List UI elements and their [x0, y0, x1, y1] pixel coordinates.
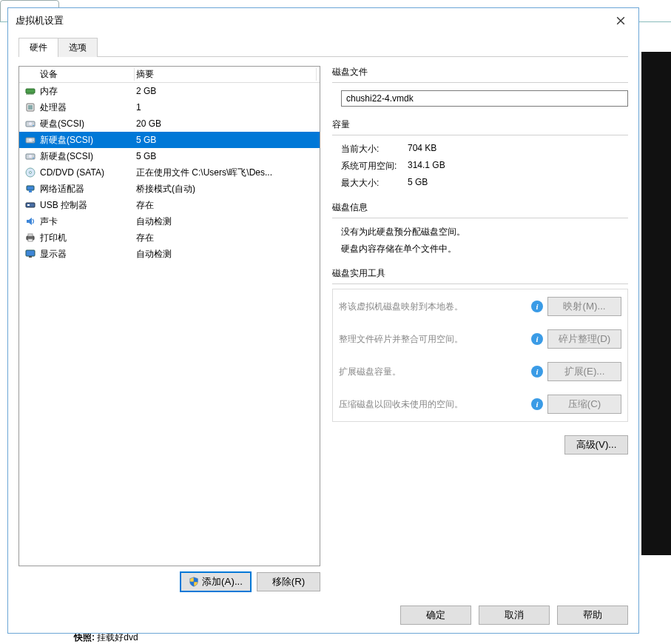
tool-defrag-desc: 整理文件碎片并整合可用空间。 — [339, 333, 527, 346]
hardware-row-summary: 5 GB — [135, 135, 317, 145]
hardware-row[interactable]: 网络适配器桥接模式(自动) — [19, 181, 320, 197]
group-diskinfo: 磁盘信息 没有为此硬盘预分配磁盘空间。 硬盘内容存储在单个文件中。 — [332, 201, 628, 260]
hardware-row[interactable]: 显示器自动检测 — [19, 246, 320, 262]
capacity-current: 当前大小: 704 KB — [341, 143, 628, 155]
hardware-row-summary: 自动检测 — [135, 215, 317, 228]
background-snapshot-value: 挂载好dvd — [97, 632, 138, 643]
hardware-row-device: 新硬盘(SCSI) — [38, 150, 135, 163]
close-icon — [616, 16, 625, 25]
uac-shield-icon — [189, 577, 199, 587]
group-diskinfo-title: 磁盘信息 — [332, 201, 628, 215]
hardware-row-summary: 存在 — [135, 199, 317, 212]
hardware-row-device: 声卡 — [38, 215, 135, 228]
capacity-free: 系统可用空间: 314.1 GB — [341, 160, 628, 172]
info-icon[interactable] — [531, 301, 543, 312]
hardware-row-device: 处理器 — [38, 101, 135, 114]
hardware-row-summary: 1 — [135, 102, 317, 113]
advanced-row: 高级(V)... — [332, 429, 628, 455]
hardware-row[interactable]: 新硬盘(SCSI)5 GB — [19, 132, 320, 148]
dialog-title: 虚拟机设置 — [16, 14, 604, 27]
sound-icon — [22, 215, 38, 227]
tool-expand-button[interactable]: 扩展(E)... — [547, 362, 621, 381]
ok-button[interactable]: 确定 — [400, 606, 471, 625]
dialog-body: 硬件 选项 设备 摘要 内存2 GB处理器1硬盘(SCSI)20 GB新硬盘(S… — [8, 33, 638, 597]
tool-defrag-button[interactable]: 碎片整理(D) — [547, 329, 621, 349]
info-icon[interactable] — [531, 366, 543, 378]
tab-strip: 硬件 选项 — [18, 38, 628, 57]
diskinfo-line1: 没有为此硬盘预分配磁盘空间。 — [341, 226, 628, 238]
dialog-footer: 确定 取消 帮助 — [8, 597, 638, 633]
header-summary: 摘要 — [135, 68, 317, 81]
tool-compact-row: 压缩磁盘以回收未使用的空间。 压缩(C) — [339, 395, 621, 414]
diskinfo-line2: 硬盘内容存储在单个文件中。 — [341, 243, 628, 255]
capacity-max-value: 5 GB — [408, 177, 428, 189]
hardware-list-rows: 内存2 GB处理器1硬盘(SCSI)20 GB新硬盘(SCSI)5 GB新硬盘(… — [19, 83, 320, 262]
cancel-button[interactable]: 取消 — [479, 606, 550, 625]
remove-hardware-button[interactable]: 移除(R) — [257, 572, 320, 591]
info-icon[interactable] — [531, 333, 543, 345]
tool-map-desc: 将该虚拟机磁盘映射到本地卷。 — [339, 301, 527, 313]
hardware-row[interactable]: 新硬盘(SCSI)5 GB — [19, 148, 320, 164]
disk-icon — [22, 118, 38, 130]
background-snapshot-label: 快照: — [74, 632, 95, 643]
tab-hardware[interactable]: 硬件 — [18, 38, 58, 57]
hardware-column: 设备 摘要 内存2 GB处理器1硬盘(SCSI)20 GB新硬盘(SCSI)5 … — [18, 66, 320, 597]
add-hardware-button[interactable]: 添加(A)... — [181, 572, 251, 591]
tool-expand-row: 扩展磁盘容量。 扩展(E)... — [339, 362, 621, 381]
memory-icon — [22, 85, 38, 97]
vm-settings-dialog: 虚拟机设置 硬件 选项 设备 摘要 内存2 GB处理器1硬盘(SCS — [7, 7, 639, 634]
network-icon — [22, 183, 38, 195]
hardware-list-buttons: 添加(A)... 移除(R) — [18, 566, 320, 597]
hardware-list[interactable]: 设备 摘要 内存2 GB处理器1硬盘(SCSI)20 GB新硬盘(SCSI)5 … — [18, 66, 320, 566]
disk-icon — [22, 150, 38, 162]
tool-compact-button[interactable]: 压缩(C) — [547, 395, 621, 414]
tool-map-row: 将该虚拟机磁盘映射到本地卷。 映射(M)... — [339, 297, 621, 316]
capacity-free-value: 314.1 GB — [408, 160, 445, 172]
display-icon — [22, 248, 38, 260]
tab-options[interactable]: 选项 — [58, 38, 98, 57]
close-button[interactable] — [604, 10, 637, 32]
add-hardware-label: 添加(A)... — [202, 575, 243, 588]
hardware-row-device: 内存 — [38, 85, 135, 98]
hardware-row[interactable]: CD/DVD (SATA)正在使用文件 C:\Users\晖飞\Des... — [19, 164, 320, 181]
tool-defrag-row: 整理文件碎片并整合可用空间。 碎片整理(D) — [339, 329, 621, 349]
hardware-row[interactable]: 硬盘(SCSI)20 GB — [19, 115, 320, 132]
hardware-row-device: 新硬盘(SCSI) — [38, 134, 135, 147]
group-tools: 磁盘实用工具 将该虚拟机磁盘映射到本地卷。 映射(M)... 整理文件碎片并整合… — [332, 267, 628, 422]
hardware-row[interactable]: 内存2 GB — [19, 83, 320, 99]
hardware-row-summary: 2 GB — [135, 86, 317, 96]
group-diskfile-title: 磁盘文件 — [332, 66, 628, 80]
hardware-row-device: 显示器 — [38, 248, 135, 261]
tool-map-button[interactable]: 映射(M)... — [547, 297, 621, 316]
hardware-row-device: 硬盘(SCSI) — [38, 118, 135, 130]
info-icon[interactable] — [531, 398, 543, 410]
panes: 设备 摘要 内存2 GB处理器1硬盘(SCSI)20 GB新硬盘(SCSI)5 … — [18, 57, 628, 597]
detail-column: 磁盘文件 容量 当前大小: 704 KB 系统可用空间: 3 — [332, 66, 628, 597]
advanced-button[interactable]: 高级(V)... — [564, 435, 628, 455]
capacity-free-label: 系统可用空间: — [341, 160, 408, 172]
hardware-row-device: CD/DVD (SATA) — [38, 167, 135, 178]
dialog-titlebar: 虚拟机设置 — [8, 8, 638, 33]
tool-compact-desc: 压缩磁盘以回收未使用的空间。 — [339, 398, 527, 411]
hardware-row[interactable]: USB 控制器存在 — [19, 197, 320, 213]
help-button[interactable]: 帮助 — [557, 606, 628, 625]
capacity-max: 最大大小: 5 GB — [341, 177, 628, 189]
hardware-row-summary: 存在 — [135, 232, 317, 244]
hardware-row-summary: 正在使用文件 C:\Users\晖飞\Des... — [135, 167, 317, 179]
optical-icon — [22, 167, 38, 178]
cpu-icon — [22, 101, 38, 113]
hardware-row[interactable]: 处理器1 — [19, 99, 320, 115]
diskfile-input[interactable] — [341, 90, 628, 107]
hardware-row-summary: 桥接模式(自动) — [135, 183, 317, 195]
background-preview-area — [641, 52, 671, 555]
header-device: 设备 — [38, 68, 135, 81]
hardware-row-summary: 5 GB — [135, 151, 317, 161]
hardware-row[interactable]: 打印机存在 — [19, 229, 320, 246]
hardware-row-device: 打印机 — [38, 232, 135, 244]
capacity-current-value: 704 KB — [408, 143, 436, 155]
capacity-max-label: 最大大小: — [341, 177, 408, 189]
group-diskfile: 磁盘文件 — [332, 66, 628, 111]
tools-box: 将该虚拟机磁盘映射到本地卷。 映射(M)... 整理文件碎片并整合可用空间。 碎… — [332, 289, 628, 422]
hardware-row[interactable]: 声卡自动检测 — [19, 213, 320, 229]
group-tools-title: 磁盘实用工具 — [332, 267, 628, 281]
